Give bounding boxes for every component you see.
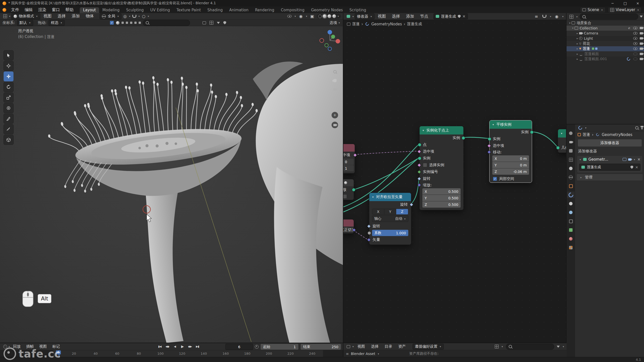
- display-viewport-icon[interactable]: [623, 158, 626, 161]
- workspace-tab-sculpting[interactable]: Sculpting: [123, 7, 147, 13]
- workspace-tab-shading[interactable]: Shading: [204, 7, 226, 13]
- properties-tab-world[interactable]: [567, 174, 575, 180]
- properties-tab-modifiers[interactable]: [567, 192, 575, 198]
- properties-tab-particles[interactable]: [567, 200, 575, 207]
- node-partial-left-3[interactable]: (正切): [343, 219, 354, 234]
- menu-edit[interactable]: 编辑: [22, 7, 35, 13]
- render-visibility-icon[interactable]: [640, 32, 643, 34]
- hide-eye-icon[interactable]: [633, 32, 637, 35]
- render-visibility-icon[interactable]: [640, 58, 643, 60]
- menu-render[interactable]: 渲染: [35, 7, 49, 13]
- mode-dropdown[interactable]: 物体模式 ▾: [11, 13, 40, 19]
- scale-x-field[interactable]: X0.500: [422, 188, 461, 195]
- asset-menu-catalog[interactable]: 目录: [382, 344, 395, 349]
- xray-toggle-icon[interactable]: ▣: [309, 14, 315, 19]
- exclude-checkbox[interactable]: ✓: [627, 26, 631, 30]
- outliner-row-light[interactable]: ▸ Light: [567, 36, 644, 41]
- properties-tab-constraints[interactable]: [567, 218, 575, 224]
- socket-geometry-in[interactable]: [556, 146, 560, 150]
- breadcrumb-object[interactable]: 莲蓬: [583, 132, 590, 137]
- outliner-row-camera[interactable]: ▸ Camera: [567, 31, 644, 36]
- asset-menu-view[interactable]: 视图: [355, 344, 368, 349]
- menu-window[interactable]: 窗口: [49, 7, 63, 13]
- options-dropdown[interactable]: 选项: [330, 20, 337, 25]
- workspace-tab-compositing[interactable]: Compositing: [277, 7, 308, 13]
- prev-keyframe-icon[interactable]: ◀◆: [164, 343, 171, 349]
- render-visibility-icon[interactable]: [640, 48, 643, 50]
- jump-to-end-icon[interactable]: ▶▮: [194, 343, 201, 349]
- outliner-row-lianpeng[interactable]: ▸▼ 莲蓬: [567, 46, 644, 52]
- selectability-checkbox[interactable]: ✓: [110, 21, 114, 25]
- tool-add-cube[interactable]: [4, 135, 14, 145]
- gizmo-neg-y-axis-icon[interactable]: [325, 43, 328, 47]
- render-visibility-icon[interactable]: [640, 37, 643, 39]
- axis-x-button[interactable]: X: [372, 209, 384, 214]
- pick-instance-checkbox[interactable]: [423, 163, 427, 167]
- tool-scale[interactable]: [4, 93, 14, 103]
- socket-factor-in[interactable]: [368, 231, 371, 235]
- next-keyframe-icon[interactable]: ◆▶: [186, 343, 194, 349]
- socket-out[interactable]: [352, 188, 355, 192]
- socket-instances-out[interactable]: [530, 130, 534, 134]
- properties-tab-data[interactable]: [567, 227, 575, 233]
- node-tree-selector[interactable]: 莲蓬生成 ×: [433, 13, 468, 19]
- shading-material-icon[interactable]: [328, 14, 331, 18]
- gizmo-y-axis-icon[interactable]: [331, 35, 335, 39]
- workspace-tab-layout[interactable]: Layout: [80, 7, 99, 13]
- scale-y-field[interactable]: Y0.500: [422, 195, 461, 201]
- hide-eye-icon[interactable]: [633, 27, 637, 29]
- tool-select-box[interactable]: [4, 50, 14, 60]
- node-group-field[interactable]: 莲蓬生成 ×: [579, 164, 640, 171]
- pin-icon[interactable]: [641, 127, 642, 129]
- close-button[interactable]: ×: [631, 0, 644, 7]
- shading-wireframe-icon[interactable]: [318, 15, 322, 18]
- translation-x-field[interactable]: X0 m: [492, 155, 529, 162]
- translation-z-field[interactable]: Z-0.06 m: [492, 168, 529, 175]
- editor-type-icon[interactable]: [577, 125, 583, 130]
- editor-type-icon[interactable]: [568, 14, 574, 19]
- overlays-icon[interactable]: ◉: [554, 14, 560, 19]
- scale-z-field[interactable]: Z0.500: [422, 201, 461, 208]
- orientation-setting-dropdown[interactable]: 默认 ▾: [17, 20, 33, 26]
- asset-search-input[interactable]: [506, 344, 554, 350]
- zoom-icon[interactable]: [332, 69, 338, 74]
- properties-tab-render[interactable]: [567, 139, 575, 145]
- asset-menu-select[interactable]: 选择: [368, 344, 381, 349]
- hide-eye-icon[interactable]: [633, 37, 637, 40]
- viewlayer-selector[interactable]: ViewLayer ▾: [608, 7, 641, 13]
- tool-rotate[interactable]: [4, 82, 14, 92]
- gizmo-neg-z-axis-icon[interactable]: [328, 47, 332, 51]
- manage-section-header[interactable]: ▸ 管理: [577, 174, 643, 180]
- viewport-menu-object[interactable]: 物体: [83, 14, 97, 19]
- properties-tab-tool[interactable]: [567, 130, 575, 137]
- node-translate-instances[interactable]: ▾ 平移实例 实例 实例 选中项 移动: X0 m Y0 m Z-0.06 m …: [489, 120, 532, 183]
- search-icon[interactable]: [635, 126, 638, 129]
- axis-y-button[interactable]: Y: [384, 209, 396, 214]
- snap-magnet-icon[interactable]: [541, 14, 547, 19]
- unlink-icon[interactable]: ×: [462, 14, 466, 19]
- asset-menu-asset[interactable]: 资产: [395, 344, 409, 349]
- text-filter-icon[interactable]: [139, 22, 141, 24]
- gizmo-z-axis-icon[interactable]: [328, 30, 332, 34]
- render-visibility-icon[interactable]: [640, 27, 643, 29]
- filter-funnel-icon[interactable]: [640, 16, 643, 18]
- meta-filter-icon[interactable]: [134, 22, 137, 24]
- display-render-icon[interactable]: [628, 158, 631, 161]
- viewport-canvas[interactable]: 用户透视 (6) Collection | 莲蓬: [0, 26, 343, 343]
- filter-funnel-icon[interactable]: [557, 346, 560, 348]
- modifier-panel-header[interactable]: ▾ Geometr... ▾ ×: [577, 156, 642, 163]
- tool-cursor[interactable]: [4, 61, 14, 71]
- perspective-toggle-icon[interactable]: [332, 95, 338, 101]
- overlays-icon[interactable]: ◉: [298, 14, 304, 19]
- node-menu-node[interactable]: 节点: [417, 14, 431, 19]
- minimize-button[interactable]: ─: [606, 0, 619, 7]
- pan-hand-icon[interactable]: [332, 78, 338, 83]
- node-menu-add[interactable]: 添加: [403, 14, 417, 19]
- maximize-button[interactable]: □: [619, 0, 631, 7]
- asset-library-dropdown[interactable]: Blender Asset: [351, 352, 375, 356]
- mesh-filter-icon[interactable]: [122, 22, 124, 24]
- node-canvas[interactable]: 莲蓬 › GeometryNodes › 莲蓬生成: [343, 20, 567, 343]
- proportional-edit-icon[interactable]: ○: [141, 14, 147, 19]
- outliner-row-hehua[interactable]: ▸▽ 荷花: [567, 41, 644, 46]
- geonodes-mode-dropdown[interactable]: 修改器 ▾: [355, 13, 375, 19]
